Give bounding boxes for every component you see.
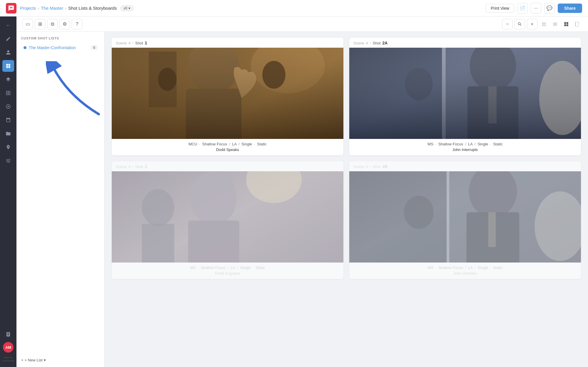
shot-card-1: Scene # › Shot 1	[112, 38, 343, 155]
svg-point-22	[191, 172, 237, 225]
shot-num-1: 1	[145, 41, 147, 45]
shot-type-3: MS · Shallow Focus / LA / Single · Stati…	[116, 265, 339, 270]
shot-header-2b: Scene # › Shot 2B	[349, 161, 581, 171]
sidebar-pin-icon[interactable]	[2, 141, 14, 153]
svg-rect-7	[112, 48, 343, 139]
shot-info-2b: MS · Shallow Focus / LA / Single · Stati…	[349, 263, 581, 279]
shot-num-2a: 2A	[382, 41, 388, 45]
new-list-button[interactable]: + + New List ▾	[21, 358, 46, 362]
print-view-button[interactable]: Print View	[486, 4, 514, 13]
svg-point-32	[404, 196, 434, 229]
list-view-button[interactable]: ▭	[22, 19, 33, 29]
version-badge[interactable]: v0 ▾	[120, 5, 133, 11]
project-link[interactable]: The Master	[41, 6, 63, 11]
list-view-toggle-button[interactable]	[550, 19, 560, 29]
sidebar-boards-icon[interactable]	[2, 60, 14, 72]
svg-point-1	[8, 106, 9, 107]
help-button[interactable]: ?	[72, 19, 82, 29]
shot-header-3: Scene # › Shot 3	[112, 161, 343, 171]
breadcrumb: Projects › The Master › Shot Lists & Sto…	[20, 6, 117, 11]
shot-card-2a: Scene # › Shot 2A	[349, 38, 581, 155]
list-dot	[24, 46, 26, 49]
svg-rect-27	[447, 171, 449, 263]
made-by-label: Made ByLeanometry	[2, 356, 14, 362]
version-label: v0	[123, 6, 127, 10]
comment-icon: 💬	[547, 5, 552, 11]
projects-link[interactable]: Projects	[20, 6, 36, 11]
columns-view-button[interactable]: ⧉	[47, 19, 58, 29]
grid-view-button[interactable]: ⊞	[35, 19, 45, 29]
arrow-annotation	[46, 61, 105, 121]
shot-info-1: MCU · Shallow Focus / LA / Single · Stat…	[112, 139, 343, 155]
shot-num-2b: 2B	[382, 164, 388, 169]
toolbar: ▭ ⊞ ⧉ ⚙ ? − +	[16, 16, 588, 32]
scene-label-1: Scene	[116, 41, 127, 45]
breadcrumb-sep-2: ›	[65, 6, 66, 11]
share-button[interactable]: Share	[558, 4, 582, 13]
sidebar-person-icon[interactable]	[2, 47, 14, 58]
shot-card-2b: Scene # › Shot 2B	[349, 161, 581, 279]
more-options-button[interactable]: ···	[531, 3, 541, 14]
rows-view-button[interactable]	[539, 19, 549, 29]
comments-button[interactable]: 💬	[544, 3, 555, 14]
user-avatar[interactable]: AM	[3, 342, 14, 353]
shot-type-2a: MS · Shallow Focus / LA / Single · Stati…	[353, 142, 577, 146]
svg-rect-10	[149, 52, 177, 107]
sidebar-calendar-icon[interactable]	[2, 114, 14, 126]
arrow-sep-2b: ›	[370, 165, 371, 168]
export-icon: 📄	[519, 5, 525, 11]
arrow-sep-3: ›	[132, 165, 133, 168]
sidebar-back-icon[interactable]: ←	[2, 19, 14, 31]
topbar-actions: Print View 📄 ··· 💬 Share	[486, 3, 582, 14]
shot-desc-2b: John Debates	[353, 271, 577, 275]
dropdown-icon: ▾	[44, 358, 46, 362]
sidebar-folder-icon[interactable]	[2, 128, 14, 140]
arrow-sep-2a: ›	[370, 41, 371, 45]
svg-rect-31	[488, 212, 496, 247]
sidebar-layers-icon[interactable]	[2, 74, 14, 85]
sidebar-wheel-icon[interactable]	[2, 101, 14, 112]
content-wrap: ▭ ⊞ ⧉ ⚙ ? − +	[16, 16, 588, 367]
zoom-out-button[interactable]: −	[502, 19, 513, 29]
shot-desc-1: Dodd Speaks	[116, 147, 339, 152]
shot-type-1: MCU · Shallow Focus / LA / Single · Stat…	[116, 142, 339, 146]
document-icon-button[interactable]: 📄	[517, 3, 528, 14]
shot-list-count: 6	[91, 45, 97, 50]
scene-num-2a: #	[366, 41, 368, 45]
sidebar-sliders-icon[interactable]	[2, 155, 14, 167]
shot-info-2a: MS · Shallow Focus / LA / Single · Stati…	[349, 139, 581, 155]
shot-header-1: Scene # › Shot 1	[112, 38, 343, 48]
storyboard-area: Scene # › Shot 1	[105, 32, 588, 367]
shot-label-2a: Shot	[373, 41, 381, 45]
shot-desc-2a: John Interrupts	[353, 147, 577, 152]
sidebar-icons: ← AM	[0, 16, 16, 367]
shot-num-3: 3	[145, 164, 147, 169]
sidebar-pen-icon[interactable]	[2, 33, 14, 45]
left-panel: CUSTOM SHOT LISTS The Master-Confrontati…	[16, 32, 105, 367]
shot-image-2b[interactable]	[349, 171, 581, 263]
shot-header-2a: Scene # › Shot 2A	[349, 38, 581, 48]
toolbar-right: − +	[502, 19, 582, 29]
inner-layout: CUSTOM SHOT LISTS The Master-Confrontati…	[16, 32, 588, 367]
svg-rect-23	[188, 221, 239, 263]
section-name: Shot Lists & Storyboards	[68, 6, 117, 11]
arrow-sep-1: ›	[132, 41, 133, 45]
new-list-label: + New List	[25, 358, 43, 362]
new-list-icon: +	[21, 358, 24, 362]
settings-button[interactable]: ⚙	[59, 19, 70, 29]
app-logo	[6, 3, 16, 14]
zoom-in-button[interactable]	[514, 19, 525, 29]
shot-image-1[interactable]	[112, 48, 343, 139]
zoom-in-plus-button[interactable]: +	[527, 19, 537, 29]
sidebar-book-icon[interactable]	[2, 328, 14, 340]
shot-type-2b: MS · Shallow Focus / LA / Single · Stati…	[353, 265, 577, 270]
svg-point-24	[142, 189, 174, 226]
shot-image-2a[interactable]	[349, 48, 581, 139]
film-view-toggle-button[interactable]	[573, 19, 582, 29]
scene-num-1: #	[128, 41, 131, 45]
breadcrumb-sep-1: ›	[38, 6, 39, 11]
grid-view-toggle-button[interactable]	[562, 19, 571, 29]
sidebar-table-icon[interactable]	[2, 87, 14, 99]
list-item[interactable]: The Master-Confrontation 6	[21, 44, 100, 52]
shot-image-3[interactable]	[112, 171, 343, 263]
